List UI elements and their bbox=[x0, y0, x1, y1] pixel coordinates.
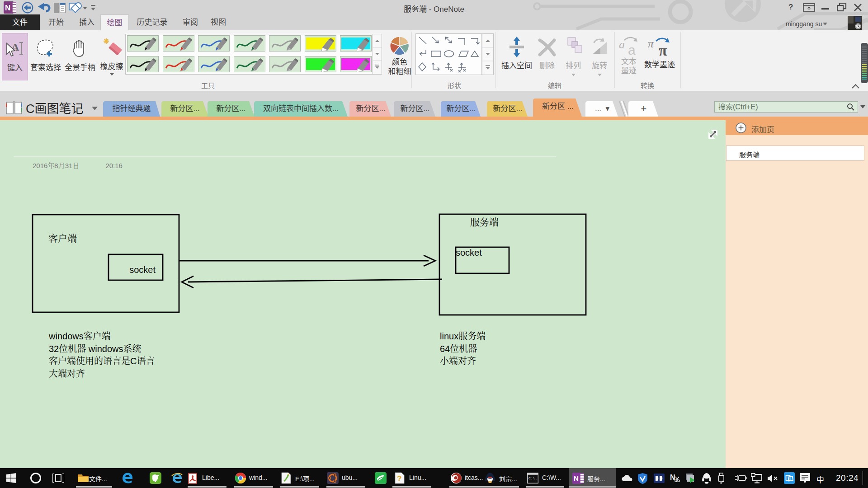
svg-text:π: π bbox=[659, 42, 667, 56]
svg-text:?: ? bbox=[397, 474, 401, 483]
svg-text:N: N bbox=[574, 474, 579, 482]
svg-text:a: a bbox=[628, 42, 636, 56]
svg-text:N: N bbox=[670, 474, 675, 481]
svg-text:C:\.: C:\. bbox=[528, 476, 537, 480]
svg-text:π: π bbox=[648, 37, 654, 50]
svg-text:a: a bbox=[619, 38, 625, 51]
